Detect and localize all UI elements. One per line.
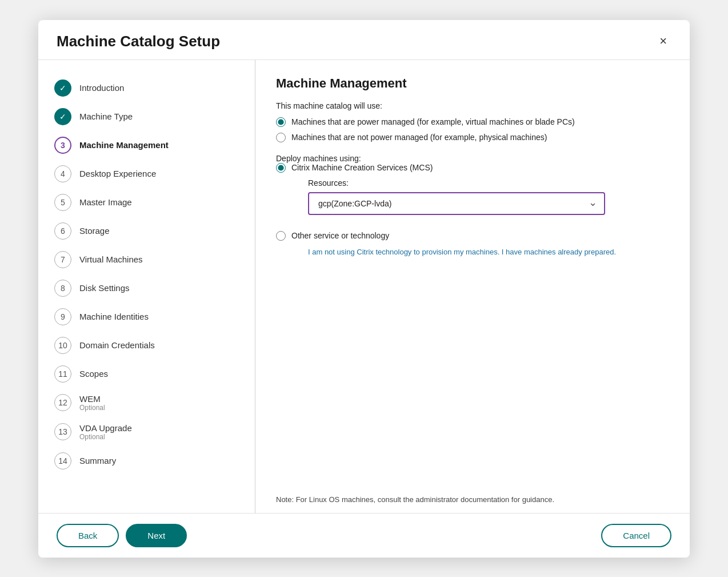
sidebar-step-5[interactable]: 5 Master Image bbox=[38, 188, 255, 217]
step-label-8: Disk Settings bbox=[79, 283, 130, 293]
step-badge-10: 10 bbox=[54, 337, 71, 354]
step-label-group-4: Desktop Experience bbox=[79, 169, 156, 178]
radio-not-power-managed[interactable] bbox=[276, 133, 286, 142]
step-badge-5: 5 bbox=[54, 194, 71, 211]
back-button[interactable]: Back bbox=[57, 524, 119, 547]
step-label-group-2: Machine Type bbox=[79, 112, 133, 121]
section-title: Machine Management bbox=[276, 76, 669, 91]
main-content: Machine Management This machine catalog … bbox=[255, 60, 690, 513]
step-label-1: Introduction bbox=[79, 83, 124, 93]
radio-mcs-label: Citrix Machine Creation Services (MCS) bbox=[291, 163, 433, 172]
other-service-description: I am not using Citrix technology to prov… bbox=[308, 248, 616, 256]
cancel-button[interactable]: Cancel bbox=[601, 524, 671, 547]
step-badge-7: 7 bbox=[54, 251, 71, 268]
step-badge-6: 6 bbox=[54, 222, 71, 240]
sidebar-step-11[interactable]: 11 Scopes bbox=[38, 360, 255, 388]
radio-power-managed-item[interactable]: Machines that are power managed (for exa… bbox=[276, 117, 669, 127]
step-label-11: Scopes bbox=[79, 369, 108, 379]
resources-select[interactable]: gcp(Zone:GCP-lvda) bbox=[308, 192, 605, 215]
sidebar-step-14[interactable]: 14 Summary bbox=[38, 447, 255, 475]
deploy-label: Deploy machines using: bbox=[276, 154, 669, 163]
step-label-group-10: Domain Credentials bbox=[79, 340, 155, 350]
dialog-footer: Back Next Cancel bbox=[38, 513, 690, 558]
step-badge-2: ✓ bbox=[54, 108, 71, 125]
footer-left: Back Next bbox=[57, 524, 187, 547]
step-badge-13: 13 bbox=[54, 423, 71, 440]
resources-label: Resources: bbox=[308, 178, 669, 188]
step-label-group-6: Storage bbox=[79, 226, 110, 236]
step-label-group-9: Machine Identities bbox=[79, 312, 149, 321]
step-badge-4: 4 bbox=[54, 165, 71, 182]
catalog-use-label: This machine catalog will use: bbox=[276, 101, 669, 110]
sidebar-step-12[interactable]: 12 WEM Optional bbox=[38, 388, 255, 417]
step-badge-8: 8 bbox=[54, 280, 71, 297]
deploy-group: Citrix Machine Creation Services (MCS) R… bbox=[276, 163, 669, 257]
radio-other[interactable] bbox=[276, 231, 286, 241]
radio-power-managed-label: Machines that are power managed (for exa… bbox=[291, 117, 575, 126]
step-label-group-1: Introduction bbox=[79, 83, 124, 93]
step-label-10: Domain Credentials bbox=[79, 340, 155, 350]
note-text: Note: For Linux OS machines, consult the… bbox=[276, 484, 669, 504]
step-label-group-14: Summary bbox=[79, 456, 116, 465]
sidebar-step-7[interactable]: 7 Virtual Machines bbox=[38, 245, 255, 274]
step-label-group-7: Virtual Machines bbox=[79, 254, 143, 264]
sidebar-step-3[interactable]: 3 Machine Management bbox=[38, 131, 255, 160]
step-sublabel-13: Optional bbox=[79, 433, 132, 441]
dialog-title: Machine Catalog Setup bbox=[57, 33, 220, 50]
dialog: Machine Catalog Setup × ✓ Introduction ✓… bbox=[38, 20, 690, 558]
step-label-group-11: Scopes bbox=[79, 369, 108, 379]
sidebar-step-10[interactable]: 10 Domain Credentials bbox=[38, 331, 255, 360]
step-badge-3: 3 bbox=[54, 137, 71, 154]
step-badge-12: 12 bbox=[54, 394, 71, 411]
sidebar-step-2[interactable]: ✓ Machine Type bbox=[38, 102, 255, 131]
sidebar-step-6[interactable]: 6 Storage bbox=[38, 217, 255, 245]
sidebar-step-1[interactable]: ✓ Introduction bbox=[38, 74, 255, 102]
close-button[interactable]: × bbox=[655, 33, 671, 50]
step-sublabel-12: Optional bbox=[79, 404, 105, 412]
step-label-7: Virtual Machines bbox=[79, 254, 143, 264]
step-label-12: WEM bbox=[79, 394, 105, 404]
radio-other-label: Other service or technology bbox=[291, 231, 389, 240]
resources-section: Resources: gcp(Zone:GCP-lvda) bbox=[292, 178, 669, 225]
next-button[interactable]: Next bbox=[126, 524, 187, 547]
resources-dropdown-wrapper: gcp(Zone:GCP-lvda) bbox=[308, 192, 605, 215]
dialog-header: Machine Catalog Setup × bbox=[38, 20, 690, 60]
sidebar-step-4[interactable]: 4 Desktop Experience bbox=[38, 160, 255, 188]
step-label-group-12: WEM Optional bbox=[79, 394, 105, 412]
sidebar-step-13[interactable]: 13 VDA Upgrade Optional bbox=[38, 417, 255, 447]
step-label-4: Desktop Experience bbox=[79, 169, 156, 178]
step-label-group-5: Master Image bbox=[79, 197, 132, 207]
step-badge-11: 11 bbox=[54, 365, 71, 383]
step-label-9: Machine Identities bbox=[79, 312, 149, 321]
radio-not-power-managed-item[interactable]: Machines that are not power managed (for… bbox=[276, 133, 669, 142]
step-badge-9: 9 bbox=[54, 308, 71, 325]
power-managed-group: Machines that are power managed (for exa… bbox=[276, 117, 669, 142]
step-label-group-3: Machine Management bbox=[79, 140, 169, 150]
dialog-body: ✓ Introduction ✓ Machine Type 3 Machine … bbox=[38, 60, 690, 513]
step-label-5: Master Image bbox=[79, 197, 132, 207]
step-badge-1: ✓ bbox=[54, 79, 71, 97]
step-label-13: VDA Upgrade bbox=[79, 423, 132, 433]
sidebar-step-8[interactable]: 8 Disk Settings bbox=[38, 274, 255, 303]
radio-power-managed[interactable] bbox=[276, 117, 286, 127]
step-label-14: Summary bbox=[79, 456, 116, 465]
radio-not-power-managed-label: Machines that are not power managed (for… bbox=[291, 133, 547, 142]
step-label-6: Storage bbox=[79, 226, 110, 236]
radio-other-item[interactable]: Other service or technology bbox=[276, 231, 669, 241]
step-label-3: Machine Management bbox=[79, 140, 169, 150]
sidebar-step-9[interactable]: 9 Machine Identities bbox=[38, 303, 255, 331]
step-label-group-8: Disk Settings bbox=[79, 283, 130, 293]
step-badge-14: 14 bbox=[54, 452, 71, 469]
step-label-2: Machine Type bbox=[79, 112, 133, 121]
radio-mcs[interactable] bbox=[276, 163, 286, 173]
other-description: I am not using Citrix technology to prov… bbox=[292, 246, 669, 257]
sidebar: ✓ Introduction ✓ Machine Type 3 Machine … bbox=[38, 60, 255, 513]
step-label-group-13: VDA Upgrade Optional bbox=[79, 423, 132, 441]
radio-mcs-item[interactable]: Citrix Machine Creation Services (MCS) bbox=[276, 163, 669, 173]
